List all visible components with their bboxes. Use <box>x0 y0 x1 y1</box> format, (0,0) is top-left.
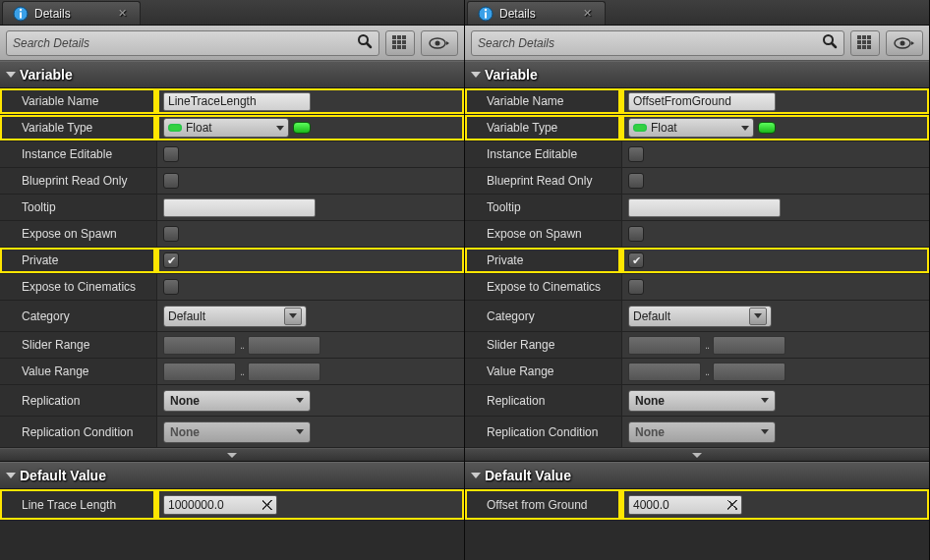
tab-label: Details <box>34 7 71 21</box>
checkbox-instance-editable[interactable] <box>628 146 644 162</box>
row-replication: Replication None <box>465 385 929 417</box>
svg-point-6 <box>436 40 440 45</box>
input-value-max[interactable] <box>248 363 320 381</box>
row-expose-cinematics: Expose to Cinematics <box>465 274 929 301</box>
input-slider-max[interactable] <box>248 336 320 355</box>
row-variable-name: Variable Name LineTraceLength <box>0 88 464 115</box>
combo-category[interactable]: Default <box>628 306 772 327</box>
input-tooltip[interactable] <box>163 198 316 217</box>
tab-details[interactable]: Details ✕ <box>2 1 141 25</box>
section-title: Variable <box>20 67 73 83</box>
row-blueprint-readonly: Blueprint Read Only <box>465 168 929 195</box>
input-default-value[interactable]: 1000000.0 <box>163 495 277 515</box>
type-container-button[interactable] <box>758 122 776 134</box>
visibility-button[interactable] <box>421 30 458 56</box>
range-dots: .. <box>705 339 709 351</box>
expand-advanced-button[interactable] <box>465 448 929 462</box>
checkbox-expose-cinematics[interactable] <box>163 279 179 295</box>
input-value-max[interactable] <box>713 363 785 381</box>
checkbox-expose-cinematics[interactable] <box>628 279 644 295</box>
replication-value: None <box>635 394 665 408</box>
search-placeholder: Search Details <box>478 36 554 50</box>
label-category: Category <box>0 301 157 331</box>
combo-category[interactable]: Default <box>163 306 307 327</box>
section-title: Variable <box>485 67 538 83</box>
section-header-default-value[interactable]: Default Value <box>0 462 464 489</box>
drag-icon[interactable] <box>262 500 272 510</box>
label-value-range: Value Range <box>0 359 157 384</box>
svg-point-9 <box>485 8 487 10</box>
type-pill-icon <box>633 124 647 132</box>
checkbox-expose-spawn[interactable] <box>628 226 644 242</box>
expand-advanced-button[interactable] <box>0 448 464 462</box>
section-header-variable[interactable]: Variable <box>465 61 929 88</box>
label-tooltip: Tooltip <box>465 195 622 220</box>
input-tooltip[interactable] <box>628 198 781 217</box>
label-expose-spawn: Expose on Spawn <box>465 221 622 247</box>
checkbox-private[interactable] <box>628 252 644 268</box>
chevron-down-icon <box>296 398 304 403</box>
search-row: Search Details <box>465 26 929 61</box>
search-input[interactable]: Search Details <box>471 30 844 56</box>
label-private: Private <box>465 248 622 273</box>
combo-replication-condition[interactable]: None <box>628 421 776 443</box>
grid-view-button[interactable] <box>850 30 880 56</box>
visibility-button[interactable] <box>886 30 923 56</box>
row-expose-spawn: Expose on Spawn <box>465 221 929 248</box>
label-blueprint-readonly: Blueprint Read Only <box>0 168 157 194</box>
input-value-min[interactable] <box>628 363 701 381</box>
row-value-range: Value Range .. <box>0 359 464 385</box>
chevron-down-icon <box>692 453 702 458</box>
input-default-value[interactable]: 4000.0 <box>628 495 742 515</box>
grid-view-button[interactable] <box>385 30 415 56</box>
checkbox-blueprint-readonly[interactable] <box>628 173 644 189</box>
search-placeholder: Search Details <box>13 36 89 50</box>
combo-variable-type[interactable]: Float <box>628 118 754 138</box>
info-icon <box>478 6 494 22</box>
combo-replication[interactable]: None <box>163 390 311 412</box>
info-icon <box>13 6 29 22</box>
input-slider-min[interactable] <box>628 336 701 355</box>
chevron-down-icon <box>741 126 749 131</box>
variable-rows: Variable Name OffsetFromGround Variable … <box>465 88 929 448</box>
section-header-default-value[interactable]: Default Value <box>465 462 929 489</box>
row-replication-condition: Replication Condition None <box>465 417 929 448</box>
input-variable-name[interactable]: LineTraceLength <box>163 92 311 111</box>
row-variable-type: Variable Type Float <box>465 115 929 141</box>
label-instance-editable: Instance Editable <box>465 141 622 167</box>
checkbox-blueprint-readonly[interactable] <box>163 173 179 189</box>
row-category: Category Default <box>0 301 464 332</box>
search-input[interactable]: Search Details <box>6 30 379 56</box>
combo-replication-condition[interactable]: None <box>163 421 311 443</box>
label-private: Private <box>0 248 157 273</box>
row-private: Private <box>465 248 929 274</box>
input-slider-max[interactable] <box>713 336 785 355</box>
search-row: Search Details <box>0 26 464 61</box>
range-dots: .. <box>240 339 244 351</box>
collapse-icon <box>6 72 16 78</box>
label-default-value: Offset from Ground <box>465 489 622 520</box>
type-container-button[interactable] <box>293 122 311 134</box>
input-value-min[interactable] <box>163 363 236 381</box>
row-replication-condition: Replication Condition None <box>0 417 464 448</box>
chevron-down-icon <box>761 429 769 434</box>
chevron-down-icon <box>749 308 767 325</box>
label-expose-spawn: Expose on Spawn <box>0 221 157 247</box>
row-value-range: Value Range .. <box>465 359 929 385</box>
input-slider-min[interactable] <box>163 336 236 355</box>
close-icon[interactable]: ✕ <box>581 7 595 21</box>
input-variable-name[interactable]: OffsetFromGround <box>628 92 776 111</box>
section-header-variable[interactable]: Variable <box>0 61 464 88</box>
label-replication: Replication <box>0 385 157 416</box>
close-icon[interactable]: ✕ <box>116 7 130 21</box>
checkbox-expose-spawn[interactable] <box>163 226 179 242</box>
row-tooltip: Tooltip <box>0 195 464 221</box>
combo-variable-type[interactable]: Float <box>163 118 289 138</box>
category-value: Default <box>168 309 205 323</box>
checkbox-instance-editable[interactable] <box>163 146 179 162</box>
row-slider-range: Slider Range .. <box>465 332 929 359</box>
tab-details[interactable]: Details ✕ <box>467 1 606 25</box>
checkbox-private[interactable] <box>163 252 179 268</box>
drag-icon[interactable] <box>727 500 737 510</box>
combo-replication[interactable]: None <box>628 390 776 412</box>
